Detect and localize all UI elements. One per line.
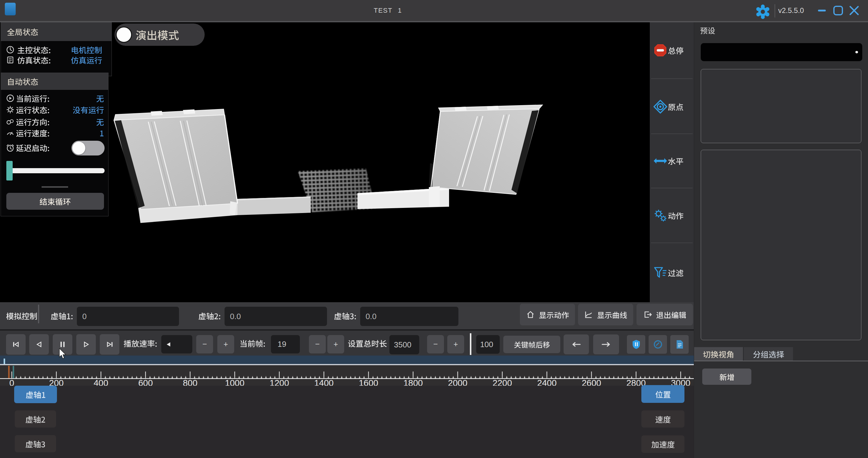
axis2-value: 0.0: [230, 312, 241, 321]
preset-list-box[interactable]: [701, 69, 861, 143]
step-forward-icon: [83, 341, 90, 348]
axis2-input[interactable]: 0.0: [224, 307, 327, 326]
run-direction-icon: [6, 118, 14, 126]
timeline-ruler[interactable]: 0200400600800100012001400160018002000220…: [0, 365, 694, 386]
toolbar-item-filter[interactable]: [650, 243, 694, 302]
track-axis1-button[interactable]: [14, 386, 57, 403]
run-state-icon: [6, 105, 14, 114]
tab-group-select-label: [753, 350, 784, 358]
exit-icon: [644, 310, 652, 319]
playback-row: − + 19 − + 3500 − + 100: [0, 331, 694, 356]
skip-start-button[interactable]: [6, 334, 26, 355]
slider-track[interactable]: [13, 168, 104, 173]
run-speed-label: [16, 129, 50, 137]
auto-row-state: [1, 104, 108, 115]
toolbar-item-origin[interactable]: [650, 79, 694, 134]
preset-detail-box[interactable]: [701, 150, 861, 340]
skip-start-icon: [12, 341, 20, 348]
timeline-track-area: [0, 386, 694, 458]
sim-row-divider: [38, 305, 39, 323]
svg-text:3000: 3000: [671, 378, 690, 386]
toggle-knob: [72, 142, 85, 155]
axis1-input[interactable]: 0: [77, 307, 179, 326]
mode-toggle-knob[interactable]: [116, 27, 132, 43]
offset-value: 100: [480, 340, 493, 349]
filter-icon: [653, 266, 667, 280]
run-speed-value: [99, 129, 104, 137]
exit-edit-button[interactable]: [637, 304, 693, 325]
protect-mode-button[interactable]: [627, 335, 645, 354]
track-axis3-button[interactable]: [15, 435, 56, 452]
playback-divider: [470, 333, 471, 355]
auto-row-delay: [1, 141, 108, 156]
current-run-label: [16, 94, 50, 102]
slider-handle[interactable]: [6, 161, 13, 181]
duration-input[interactable]: 3500: [390, 335, 419, 354]
titlebar-divider: [775, 4, 775, 18]
step-forward-button[interactable]: [76, 334, 96, 355]
mode-badge[interactable]: [115, 24, 205, 46]
timeline-playhead[interactable]: [4, 359, 5, 364]
duration-plus-button[interactable]: +: [447, 335, 464, 354]
sim-control-label: [6, 302, 37, 329]
toolbar-stop-label: [668, 46, 684, 54]
shift-keyframe-button[interactable]: [503, 336, 560, 353]
circle-slash-icon: [653, 339, 663, 349]
quantity-speed-button[interactable]: [641, 411, 684, 428]
axis3-input[interactable]: 0.0: [360, 307, 458, 326]
close-button[interactable]: [847, 0, 861, 21]
settings-gear-icon[interactable]: [755, 4, 770, 19]
track-axis2-label: [25, 415, 45, 423]
skip-end-button[interactable]: [100, 334, 119, 355]
toolbar-item-actions[interactable]: [650, 188, 694, 242]
rate-input[interactable]: [161, 335, 192, 354]
curve-icon: [584, 310, 593, 319]
show-curve-button[interactable]: [578, 304, 633, 325]
offset-input[interactable]: 100: [476, 335, 500, 354]
step-back-button[interactable]: [29, 334, 49, 355]
save-doc-button[interactable]: [670, 335, 689, 354]
timeline-band[interactable]: [0, 356, 694, 364]
app-icon[interactable]: [5, 3, 16, 15]
svg-text:800: 800: [183, 378, 197, 386]
show-action-label: [539, 311, 569, 319]
arrow-left-icon: [572, 342, 581, 347]
toolbar-item-level[interactable]: [650, 134, 694, 188]
delay-start-toggle[interactable]: [71, 141, 104, 156]
rate-plus-button[interactable]: +: [217, 335, 234, 354]
status-row-master: [1, 44, 112, 55]
auto-row-current: [1, 93, 108, 104]
quantity-speed-label: [655, 415, 671, 423]
sim-status-label: [17, 56, 51, 64]
run-state-label: [16, 106, 50, 113]
show-action-button[interactable]: [520, 304, 575, 325]
window-title: TEST: [374, 0, 393, 21]
maximize-button[interactable]: [832, 0, 845, 21]
move-right-button[interactable]: [593, 334, 619, 354]
svg-text:1600: 1600: [359, 378, 378, 386]
frame-input[interactable]: 19: [271, 335, 300, 354]
move-left-button[interactable]: [564, 334, 589, 354]
frame-minus-button[interactable]: −: [309, 335, 326, 354]
tab-switch-view[interactable]: [694, 347, 743, 361]
minimize-button[interactable]: [815, 0, 829, 21]
preset-panel: [694, 22, 868, 458]
rate-minus-button[interactable]: −: [196, 335, 213, 354]
frame-plus-button[interactable]: +: [327, 335, 344, 354]
speed-slider[interactable]: [1, 161, 108, 181]
stop-icon: [653, 43, 667, 57]
add-button[interactable]: [702, 368, 751, 385]
document-id: 1: [398, 0, 401, 21]
preset-combo-input[interactable]: [701, 43, 862, 61]
duration-minus-button[interactable]: −: [427, 335, 444, 354]
toolbar-item-stop[interactable]: [650, 22, 694, 78]
track-axis2-button[interactable]: [15, 411, 56, 428]
disable-mode-button[interactable]: [649, 335, 667, 354]
sim-status-icon: [6, 56, 14, 64]
quantity-position-button[interactable]: [641, 385, 684, 403]
quantity-accel-button[interactable]: [641, 435, 684, 453]
auto-panel-header: [1, 73, 108, 90]
axis2-label: [198, 302, 221, 329]
end-loop-button[interactable]: [6, 193, 104, 210]
tab-group-select[interactable]: [744, 347, 793, 361]
